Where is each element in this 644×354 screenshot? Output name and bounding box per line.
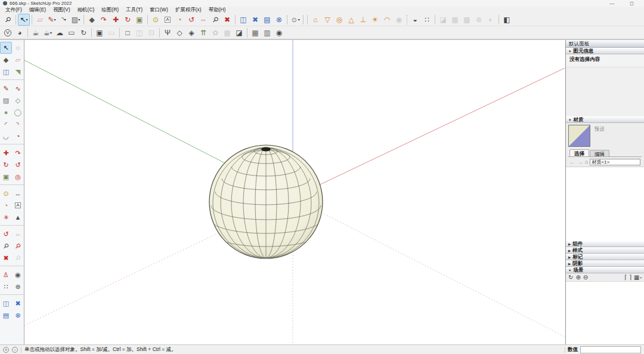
materials-list[interactable] <box>566 167 644 241</box>
push-pull-icon[interactable]: ↷ <box>98 14 110 26</box>
refresh-render-icon[interactable]: ↻ <box>78 27 89 39</box>
line-icon[interactable]: ✎▾ <box>46 14 58 26</box>
select-icon[interactable]: ↖ <box>0 42 12 54</box>
section-tags[interactable]: ▶标记 <box>566 254 644 260</box>
protractor-icon[interactable]: ◔ <box>0 199 12 211</box>
menu-window[interactable]: 窗口(W) <box>146 7 172 14</box>
section-fill-icon[interactable]: ▤ <box>261 14 273 26</box>
menu-help[interactable]: 帮助(H) <box>205 7 230 14</box>
section-display-icon[interactable]: ✖ <box>12 297 24 309</box>
batch-render-icon[interactable]: ▣ <box>94 27 106 39</box>
text-icon[interactable]: A <box>12 199 24 211</box>
polygon-icon[interactable]: ◯ <box>12 106 24 118</box>
asset-editor-icon[interactable]: ◕ <box>14 27 26 39</box>
vray-pick-focus-icon[interactable]: ◧ <box>501 14 513 26</box>
section-outline-icon[interactable]: ⊗ <box>273 14 285 26</box>
pie-icon[interactable]: ◔ <box>12 130 24 142</box>
position-camera-icon[interactable]: ♙ <box>0 269 12 281</box>
vray-dome-light-icon[interactable]: ◠ <box>381 14 393 26</box>
zoom-extents-icon[interactable]: ✖ <box>221 14 233 26</box>
vray-ies-light-icon[interactable]: ⊥ <box>357 14 369 26</box>
3d-viewport[interactable] <box>24 40 565 344</box>
rectangle-icon[interactable]: ▨ <box>0 94 12 106</box>
render-elements-icon[interactable]: ▦ <box>249 27 261 39</box>
menu-tools[interactable]: 工具(T) <box>122 7 146 14</box>
move-icon[interactable]: ✚ <box>0 147 12 159</box>
pan-icon[interactable]: ⇔ <box>12 228 24 240</box>
zoom-extents-icon[interactable]: ✖ <box>0 252 12 264</box>
offset-icon[interactable]: ◎ <box>12 171 24 183</box>
text-label-icon[interactable]: A <box>162 14 174 26</box>
menu-edit[interactable]: 编辑(E) <box>26 7 49 14</box>
freehand-icon[interactable]: ∿ <box>12 82 24 94</box>
back-icon[interactable]: ← <box>569 159 575 165</box>
remove-scene-icon[interactable]: ⊖ <box>583 274 588 281</box>
line-icon[interactable]: ✎ <box>0 82 12 94</box>
rotated-rectangle-icon[interactable]: ◇ <box>12 94 24 106</box>
vray-spot-light-icon[interactable]: △ <box>345 14 357 26</box>
section-fill-icon[interactable]: ▤ <box>0 309 12 321</box>
measurement-input[interactable] <box>580 346 641 353</box>
section-scenes[interactable]: ▼ 场景 <box>566 267 644 273</box>
maximize-restore-icon[interactable]: ◻ <box>630 1 634 6</box>
target-icon[interactable]: ⊕ <box>12 281 24 293</box>
section-materials[interactable]: ▼ 材质 <box>566 116 644 123</box>
material-collection-dropdown[interactable]: 材质<1> <box>590 159 640 165</box>
composite-frames-icon[interactable]: ▥ <box>261 27 273 39</box>
gi-cube-icon[interactable]: ◇ <box>174 27 185 39</box>
vray-rect-light-icon[interactable]: ▽ <box>321 14 333 26</box>
search-icon[interactable]: ⚲ <box>2 14 14 26</box>
frame-buffer-window-icon[interactable]: □ <box>122 27 134 39</box>
orbit-icon[interactable]: ↺ <box>185 14 197 26</box>
scene-vision-icon[interactable]: ◉ <box>273 27 285 39</box>
collapse-details-icon[interactable]: ⌉ <box>629 274 631 281</box>
fur-grass-icon[interactable]: ⇈ <box>197 27 209 39</box>
rotate-icon[interactable]: ↻ <box>122 14 134 26</box>
render-cloud-icon[interactable]: ☁ <box>54 27 66 39</box>
zoom-icon[interactable]: ⚲ <box>0 240 12 252</box>
move-icon[interactable]: ✚ <box>110 14 122 26</box>
scenes-list[interactable] <box>566 282 644 344</box>
menu-file[interactable]: 文件(F) <box>2 7 26 14</box>
forward-icon[interactable]: → <box>577 159 583 165</box>
rectangle-icon[interactable]: ▨▾ <box>70 14 82 26</box>
material-override-icon[interactable]: ◪ <box>233 27 245 39</box>
axes-icon[interactable]: ✳ <box>0 211 12 223</box>
section-components[interactable]: ▶组件 <box>566 241 644 247</box>
eraser-icon[interactable]: ▱ <box>34 14 46 26</box>
tag-icon[interactable]: ◥ <box>12 66 24 78</box>
section-display-icon[interactable]: ✖ <box>249 14 261 26</box>
3d-text-icon[interactable]: ▲ <box>12 211 24 223</box>
minimize-icon[interactable]: — <box>609 1 614 6</box>
menu-camera[interactable]: 相机(C) <box>74 7 98 14</box>
section-plane-icon[interactable]: ◫ <box>0 297 12 309</box>
pan-icon[interactable]: ⇔ <box>197 14 209 26</box>
home-icon[interactable]: ⌂ <box>585 159 588 165</box>
vray-omni-light-icon[interactable]: ☀ <box>369 14 381 26</box>
add-scene-icon[interactable]: ⊕ <box>575 274 580 281</box>
lasso-select-icon[interactable]: ◌ <box>12 42 24 54</box>
rotate-icon[interactable]: ↻ <box>0 159 12 171</box>
tab-select[interactable]: 选择 <box>569 149 589 156</box>
make-component-icon[interactable]: ◫ <box>0 66 12 78</box>
credits-icon[interactable]: i <box>12 347 18 353</box>
menu-draw[interactable]: 绘图(R) <box>98 7 122 14</box>
geolocation-icon[interactable]: ✛ <box>3 347 9 353</box>
light-cache-cube-icon[interactable]: ◈ <box>185 27 197 39</box>
tab-edit[interactable]: 编辑 <box>590 150 609 156</box>
scale-icon[interactable]: ▣ <box>134 14 145 26</box>
walk-icon[interactable]: ∷ <box>0 281 12 293</box>
vray-infinite-plane-icon[interactable]: ◒ <box>409 14 421 26</box>
follow-me-icon[interactable]: ↺ <box>12 159 24 171</box>
dimension-icon[interactable]: ↔ <box>12 187 24 199</box>
paint-bucket-icon[interactable]: ◆ <box>0 54 12 66</box>
orbit-icon[interactable]: ↺ <box>0 228 12 240</box>
vray-sphere-light-icon[interactable]: ◎ <box>333 14 345 26</box>
render-interactive-icon[interactable]: ☕▾ <box>42 27 54 39</box>
material-preview-swatch[interactable] <box>568 125 590 147</box>
circle-icon[interactable]: ● <box>0 106 12 118</box>
update-scene-icon[interactable]: ↻ <box>568 274 573 281</box>
three-point-arc-icon[interactable]: ◡ <box>0 130 12 142</box>
arc-icon[interactable]: ◝ <box>12 118 24 130</box>
render-icon[interactable]: ☕ <box>30 27 42 39</box>
